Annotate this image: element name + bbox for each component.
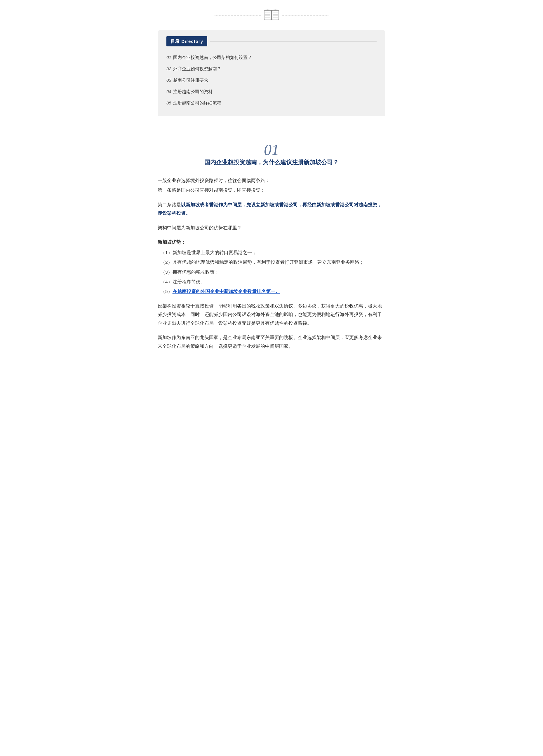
- directory-divider-line: [210, 41, 377, 41]
- advantage-list-item: （4）注册程序简便。: [160, 277, 385, 286]
- item-number: 02: [166, 66, 171, 71]
- para2-bold: 以新加坡或者香港作为中间层，先设立新加坡或香港公司，再经由新加坡或香港公司对越南…: [158, 202, 382, 216]
- item-text: 越南公司注册要求: [173, 78, 208, 83]
- item-text: 注册越南公司的资料: [173, 89, 212, 94]
- para1-line1: 一般企业在选择境外投资路径时，往往会面临两条路：: [158, 176, 385, 185]
- paragraph-5: 新加坡作为东南亚的龙头国家，是企业布局东南亚至关重要的跳板。企业选择架构中间层，…: [158, 333, 385, 350]
- advantages-section: 新加坡优势： （1）新加坡是世界上最大的转口贸易港之一；（2）具有优越的地理优势…: [158, 238, 385, 296]
- directory-label: 目录 Directory: [166, 36, 207, 46]
- adv-text: 注册程序简便。: [172, 279, 205, 284]
- directory-item[interactable]: 04注册越南公司的资料: [166, 86, 377, 97]
- directory-box: 目录 Directory 01国内企业投资越南，公司架构如何设置？02外商企业如…: [158, 30, 385, 116]
- paragraph-3: 架构中间层为新加坡公司的优势在哪里？: [158, 224, 385, 232]
- adv-num: （4）: [160, 279, 172, 284]
- advantage-list: （1）新加坡是世界上最大的转口贸易港之一；（2）具有优越的地理优势和稳定的政治局…: [160, 248, 385, 296]
- item-number: 04: [166, 89, 171, 94]
- section-number: 01: [158, 142, 385, 158]
- svg-rect-1: [272, 11, 279, 20]
- directory-item[interactable]: 05注册越南公司的详细流程: [166, 97, 377, 109]
- adv-num: （1）: [160, 250, 172, 255]
- item-text: 国内企业投资越南，公司架构如何设置？: [173, 55, 252, 60]
- para4-text: 设架构投资相较于直接投资，能够利用各国的税收政策和双边协议、多边协议，获得更大的…: [158, 302, 385, 327]
- book-icon-section: [158, 9, 385, 22]
- advantage-list-item: （3）拥有优惠的税收政策；: [160, 268, 385, 276]
- item-number: 01: [166, 55, 171, 60]
- item-number: 03: [166, 78, 171, 83]
- directory-item[interactable]: 01国内企业投资越南，公司架构如何设置？: [166, 52, 377, 63]
- directory-item[interactable]: 03越南公司注册要求: [166, 74, 377, 86]
- svg-rect-0: [264, 11, 271, 20]
- paragraph-4: 设架构投资相较于直接投资，能够利用各国的税收政策和双边协议、多边协议，获得更大的…: [158, 302, 385, 327]
- item-number: 05: [166, 100, 171, 105]
- advantage-title: 新加坡优势：: [158, 238, 385, 246]
- adv-text: 具有优越的地理优势和稳定的政治局势，有利于投资者打开亚洲市场，建立东南亚业务网络…: [172, 260, 364, 265]
- section-header: 01 国内企业想投资越南，为什么建议注册新加坡公司？: [158, 142, 385, 167]
- adv-text: 拥有优惠的税收政策；: [172, 270, 219, 275]
- adv-num: （2）: [160, 260, 172, 265]
- para3-text: 架构中间层为新加坡公司的优势在哪里？: [158, 224, 385, 232]
- advantage-list-item: （1）新加坡是世界上最大的转口贸易港之一；: [160, 248, 385, 257]
- para5-text: 新加坡作为东南亚的龙头国家，是企业布局东南亚至关重要的跳板。企业选择架构中间层，…: [158, 333, 385, 350]
- advantage-list-item: （5）在越南投资的外国企业中新加坡企业数量排名第一。: [160, 287, 385, 296]
- adv-text: 新加坡是世界上最大的转口贸易港之一；: [172, 250, 256, 255]
- advantage-list-item: （2）具有优越的地理优势和稳定的政治局势，有利于投资者打开亚洲市场，建立东南亚业…: [160, 258, 385, 266]
- para2-before-bold: 第二条路是: [158, 202, 181, 207]
- item-text: 注册越南公司的详细流程: [173, 100, 221, 105]
- paragraph-1: 一般企业在选择境外投资路径时，往往会面临两条路： 第一条路是国内公司直接对越南投…: [158, 176, 385, 195]
- adv-num: （5）: [160, 289, 172, 294]
- para1-line2: 第一条路是国内公司直接对越南投资，即直接投资；: [158, 186, 385, 194]
- item-text: 外商企业如何投资越南？: [173, 66, 221, 71]
- book-icon: [263, 9, 280, 22]
- adv-num: （3）: [160, 270, 172, 275]
- section-title: 国内企业想投资越南，为什么建议注册新加坡公司？: [158, 157, 385, 167]
- para2-text: 第二条路是以新加坡或者香港作为中间层，先设立新加坡或香港公司，再经由新加坡或香港…: [158, 200, 385, 218]
- directory-title-row: 目录 Directory: [166, 36, 377, 46]
- directory-item[interactable]: 02外商企业如何投资越南？: [166, 63, 377, 74]
- paragraph-2: 第二条路是以新加坡或者香港作为中间层，先设立新加坡或香港公司，再经由新加坡或香港…: [158, 200, 385, 218]
- adv-text-highlight: 在越南投资的外国企业中新加坡企业数量排名第一。: [172, 289, 280, 294]
- directory-items-list: 01国内企业投资越南，公司架构如何设置？02外商企业如何投资越南？03越南公司注…: [166, 52, 377, 109]
